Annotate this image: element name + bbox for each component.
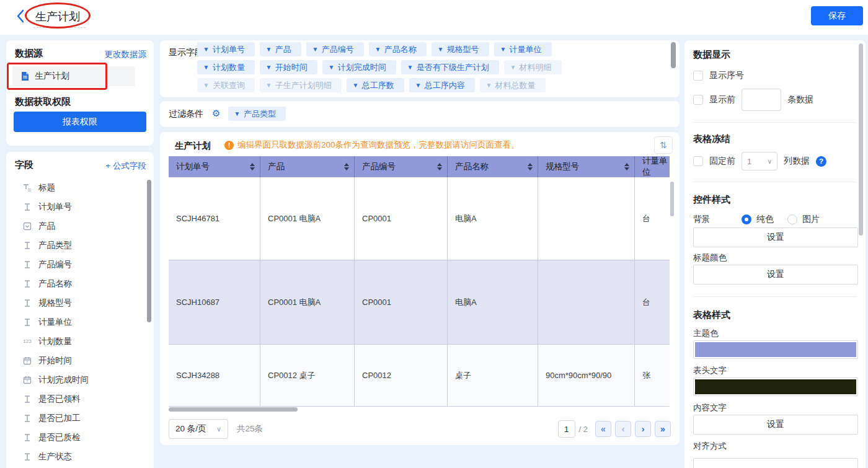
preview-card: 生产计划 ! 编辑界面只取数据源前200条作为查询数据预览，完整数据请访问页面查… [160, 132, 680, 445]
table-cell: CP0012 桌子 [260, 345, 355, 407]
tag-label: 材料总数量 [495, 80, 536, 91]
preview-warning: ! 编辑界面只取数据源前200条作为查询数据预览，完整数据请访问页面查看。 [224, 139, 520, 151]
background-set-button[interactable]: 设置 [693, 227, 858, 247]
table-column-header[interactable]: 产品编号 [355, 156, 448, 177]
fields-scrollbar[interactable] [147, 180, 151, 322]
display-field-tag[interactable]: ▼产品名称 [369, 42, 427, 56]
table-row[interactable]: SCJH10687CP0001 电脑ACP0001电脑A台 [169, 260, 670, 345]
table-vertical-scrollbar[interactable] [670, 182, 674, 216]
column-sort-button[interactable]: ⇅ [654, 136, 673, 154]
display-field-tag[interactable]: ▼产品编号 [306, 42, 364, 56]
datasource-item[interactable]: 生产计划 [12, 66, 135, 86]
field-item[interactable]: 是否已加工 [6, 408, 154, 428]
solid-color-radio[interactable] [742, 214, 751, 224]
display-field-tag[interactable]: ▼规格型号 [432, 42, 489, 56]
next-page-button[interactable]: › [635, 421, 651, 437]
page-size-select[interactable]: 20 条/页 ∨ [169, 419, 228, 439]
field-item[interactable]: 123计划数量 [6, 332, 154, 351]
sort-icon[interactable] [528, 163, 533, 170]
field-item-label: 产品类型 [38, 240, 72, 251]
field-item[interactable]: 是否已领料 [6, 389, 154, 408]
caret-down-icon: ▼ [234, 110, 241, 117]
table-row[interactable]: SCJH34288CP0012 桌子CP0012桌子90cm*90cm*90/9… [169, 345, 670, 407]
display-field-tag[interactable]: ▼总工序数 [347, 78, 404, 92]
display-field-tag[interactable]: ▼计划完成时间 [322, 60, 396, 74]
table-column-header[interactable]: 产品 [260, 156, 355, 177]
display-field-tag[interactable]: ▼计划单号 [197, 42, 255, 56]
freeze-count-select[interactable]: 1 ∨ [742, 152, 777, 170]
display-field-tag[interactable]: ▼子生产计划明细 [260, 78, 342, 92]
display-field-tag[interactable]: ▼产品类型 [228, 107, 286, 121]
display-field-tag[interactable]: ▼材料总数量 [480, 78, 546, 92]
field-item[interactable]: 7开始时间 [6, 351, 154, 370]
table-row[interactable]: SCJH46781CP0001 电脑ACP0001电脑A台 [169, 177, 670, 260]
title-color-set-button[interactable]: 设置 [693, 265, 858, 285]
field-item[interactable]: 计划单号 [6, 197, 154, 216]
show-index-checkbox[interactable] [693, 71, 703, 81]
display-field-tag[interactable]: ▼是否有下级生产计划 [401, 60, 499, 74]
field-item[interactable]: 标题 [6, 178, 154, 197]
field-item[interactable]: 7计划完成时间 [6, 370, 154, 389]
field-item[interactable]: 是否已质检 [6, 428, 154, 447]
field-item[interactable]: 生产状态 [6, 447, 154, 466]
sort-icon[interactable] [250, 163, 255, 170]
filter-gear-icon[interactable]: ⚙ [212, 108, 220, 119]
page-title[interactable]: 生产计划 [35, 9, 80, 24]
align-label: 对齐方式 [693, 441, 727, 452]
image-radio[interactable] [787, 214, 797, 224]
table-column-header[interactable]: 规格型号 [538, 156, 635, 177]
field-item-label: 开始时间 [38, 355, 72, 366]
display-field-tag[interactable]: ▼计量单位 [494, 42, 552, 56]
table-column-header[interactable]: 产品名称 [448, 156, 538, 177]
field-item[interactable]: 规格型号 [6, 293, 154, 312]
column-header-label: 产品编号 [362, 161, 396, 172]
settings-scrollbar[interactable] [859, 43, 863, 236]
field-item[interactable]: 计量单位 [6, 312, 154, 332]
column-header-label: 产品名称 [455, 161, 489, 172]
table-column-header[interactable]: 计划单号 [169, 156, 260, 177]
freeze-checkbox[interactable] [693, 156, 703, 166]
show-first-input[interactable] [742, 89, 781, 111]
report-permission-button[interactable]: 报表权限 [14, 112, 146, 132]
align-control[interactable] [693, 458, 858, 468]
save-button[interactable]: 保存 [811, 6, 863, 25]
sort-icon[interactable] [624, 163, 629, 170]
tag-label: 计量单位 [510, 44, 542, 55]
text-icon [22, 317, 32, 327]
change-datasource-link[interactable]: 更改数据源 [105, 49, 147, 60]
display-field-tag[interactable]: ▼材料明细 [504, 60, 562, 74]
help-icon[interactable]: ? [816, 156, 826, 167]
display-field-tag[interactable]: ▼计划数量 [197, 60, 255, 74]
display-field-tag[interactable]: ▼总工序内容 [409, 78, 475, 92]
display-field-tag[interactable]: ▼产品 [260, 42, 301, 56]
caret-down-icon: ▼ [203, 46, 210, 53]
field-item[interactable]: 产品名称 [6, 274, 154, 293]
display-field-tag[interactable]: ▼开始时间 [260, 60, 317, 74]
display-fields-scrollbar[interactable] [671, 42, 676, 68]
sort-icon[interactable] [437, 163, 442, 170]
sort-icon[interactable] [344, 163, 349, 170]
first-page-button[interactable]: « [595, 421, 611, 437]
theme-color-swatch[interactable] [693, 340, 858, 359]
preview-table: 计划单号产品产品编号产品名称规格型号计量单位 SCJH46781CP0001 电… [169, 156, 670, 407]
last-page-button[interactable]: » [655, 421, 671, 437]
page-size-value: 20 条/页 [175, 423, 206, 435]
content-text-set-button[interactable]: 设置 [693, 415, 858, 435]
add-formula-field-link[interactable]: + 公式字段 [105, 161, 146, 172]
table-horizontal-scrollbar[interactable] [169, 407, 298, 412]
show-first-checkbox[interactable] [693, 95, 703, 105]
display-field-tag[interactable]: ▼关联查询 [197, 78, 255, 92]
header-text-swatch[interactable] [693, 377, 858, 396]
field-item[interactable]: 产品 [6, 216, 154, 236]
current-page-input[interactable]: 1 [558, 420, 575, 438]
prev-page-button[interactable]: ‹ [615, 421, 631, 437]
field-item[interactable]: 产品类型 [6, 236, 154, 255]
column-header-label: 计划单号 [176, 161, 210, 172]
field-item[interactable]: 产品编号 [6, 255, 154, 274]
table-column-header[interactable]: 计量单位 [635, 156, 670, 177]
back-icon[interactable] [16, 9, 30, 25]
display-fields-card: 显示字段 + ▼计划单号▼产品▼产品编号▼产品名称▼规格型号▼计量单位▼计划数量… [160, 40, 680, 97]
settings-panel: 数据显示 显示序号 显示前 条数据 表格冻结 固定前 1 ∨ 列数据 ? 控件样… [684, 40, 866, 468]
top-header: 生产计划 保存 [0, 0, 868, 35]
date-icon: 7 [22, 375, 32, 385]
